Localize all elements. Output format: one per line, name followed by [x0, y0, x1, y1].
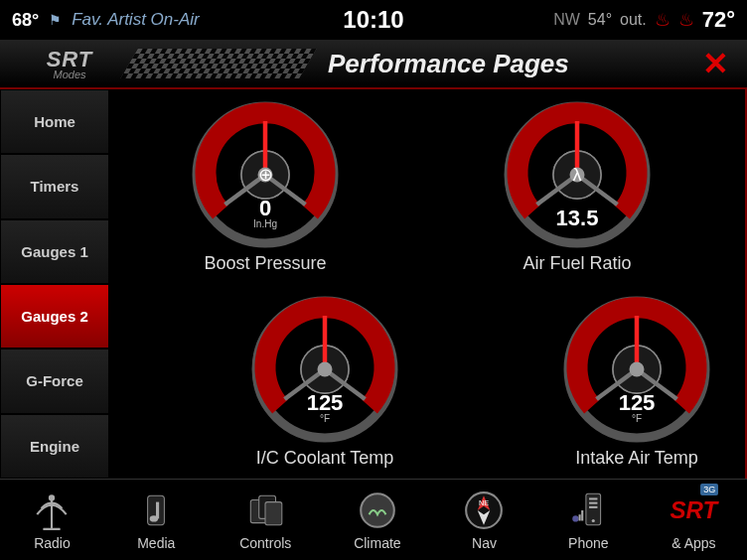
climate-icon	[357, 490, 398, 531]
nav-phone[interactable]: Phone	[567, 490, 609, 551]
svg-point-27	[630, 361, 645, 376]
svg-rect-48	[589, 505, 597, 507]
gauge-label: Intake Air Temp	[575, 448, 698, 469]
nav-label: Nav	[472, 535, 497, 551]
sidebar: HomeTimersGauges 1Gauges 2G-ForceEngine	[0, 89, 109, 479]
network-badge: 3G	[700, 484, 718, 495]
cabin-temp: 72°	[702, 7, 735, 33]
controls-icon	[244, 490, 286, 531]
svg-point-20	[318, 361, 333, 376]
sidebar-item-gauges-2[interactable]: Gauges 2	[0, 284, 109, 349]
nav-nav[interactable]: NENav	[463, 490, 505, 551]
radio-icon	[31, 490, 73, 531]
gauge-dial: 125°F	[562, 295, 711, 444]
svg-text:NE: NE	[479, 497, 489, 506]
gauge-unit: °F	[562, 414, 711, 424]
svg-rect-50	[579, 514, 581, 520]
media-icon	[135, 490, 177, 531]
gauge-value: 125°F	[250, 392, 399, 424]
gauge-center-icon: ⊕	[258, 164, 273, 186]
gauge-label: Boost Pressure	[204, 253, 326, 274]
gauge-intake-air-temp: 125°F Intake Air Temp	[481, 284, 747, 479]
svg-point-45	[592, 518, 595, 521]
nav-label: Radio	[34, 535, 71, 551]
seat-heat-left-icon[interactable]: ♨	[655, 9, 671, 31]
gauge-label: I/C Coolant Temp	[256, 448, 394, 469]
gauge-unit: °F	[250, 414, 399, 424]
outside-suffix: out.	[620, 11, 647, 29]
sidebar-item-gauges-1[interactable]: Gauges 1	[0, 219, 109, 284]
nav-icon: NE	[463, 490, 505, 531]
clock: 10:10	[343, 6, 403, 34]
gauge-area: ⊕ 0In.Hg Boost Pressure λ 13.5 Air Fuel …	[109, 89, 747, 479]
nav-media[interactable]: Media	[135, 490, 177, 551]
gauge-value: 0In.Hg	[191, 198, 340, 229]
svg-rect-46	[589, 497, 597, 499]
exterior-temp: 68°	[12, 10, 39, 31]
gauge-i-c-coolant-temp: 125°F I/C Coolant Temp	[169, 284, 481, 479]
close-button[interactable]: ✕	[702, 45, 729, 82]
now-playing-label[interactable]: Fav. Artist On-Air	[72, 10, 199, 30]
sidebar-item-engine[interactable]: Engine	[0, 414, 109, 479]
gauge-label: Air Fuel Ratio	[523, 253, 631, 274]
svg-point-49	[573, 515, 579, 521]
bottom-nav: RadioMediaControlsClimateNENavPhone SRT …	[0, 479, 747, 560]
page-header: SRT Modes Performance Pages ✕	[0, 40, 747, 89]
gauge-dial: ⊕ 0In.Hg	[191, 100, 340, 249]
flag-icon: ⚑	[49, 12, 62, 28]
nav-label: & Apps	[672, 535, 715, 551]
sidebar-item-g-force[interactable]: G-Force	[0, 349, 109, 413]
svg-rect-47	[589, 501, 597, 503]
nav-apps[interactable]: SRT 3G & Apps	[672, 490, 715, 551]
gauge-dial: λ 13.5	[503, 100, 652, 249]
phone-icon	[567, 490, 609, 531]
nav-label: Controls	[239, 535, 291, 551]
outside-temp: 54°	[588, 11, 612, 29]
svg-rect-51	[582, 510, 584, 521]
gauge-center-icon: λ	[573, 164, 582, 185]
seat-heat-right-icon[interactable]: ♨	[678, 9, 694, 31]
status-bar: 68° ⚑ Fav. Artist On-Air 10:10 NW 54° ou…	[0, 0, 747, 40]
sidebar-item-timers[interactable]: Timers	[0, 154, 109, 218]
srt-apps-icon: SRT 3G	[672, 490, 714, 531]
gauge-dial: 125°F	[250, 295, 399, 444]
gauge-value: 125°F	[562, 392, 711, 424]
brand-logo: SRT Modes	[0, 47, 139, 80]
gauge-value: 13.5	[503, 208, 652, 229]
svg-rect-38	[265, 501, 282, 524]
gauge-air-fuel-ratio: λ 13.5 Air Fuel Ratio	[421, 89, 733, 284]
svg-point-29	[50, 495, 54, 499]
nav-radio[interactable]: Radio	[31, 490, 73, 551]
checker-decoration	[120, 49, 316, 78]
gauge-unit: In.Hg	[191, 219, 340, 229]
nav-climate[interactable]: Climate	[354, 490, 400, 551]
page-title: Performance Pages	[328, 49, 569, 79]
compass-direction: NW	[553, 11, 580, 29]
gauge-boost-pressure: ⊕ 0In.Hg Boost Pressure	[109, 89, 421, 284]
svg-point-39	[361, 493, 394, 527]
nav-label: Media	[137, 535, 175, 551]
nav-label: Climate	[354, 535, 400, 551]
nav-label: Phone	[568, 535, 608, 551]
sidebar-item-home[interactable]: Home	[0, 89, 109, 154]
svg-rect-35	[156, 501, 159, 518]
nav-controls[interactable]: Controls	[239, 490, 291, 551]
